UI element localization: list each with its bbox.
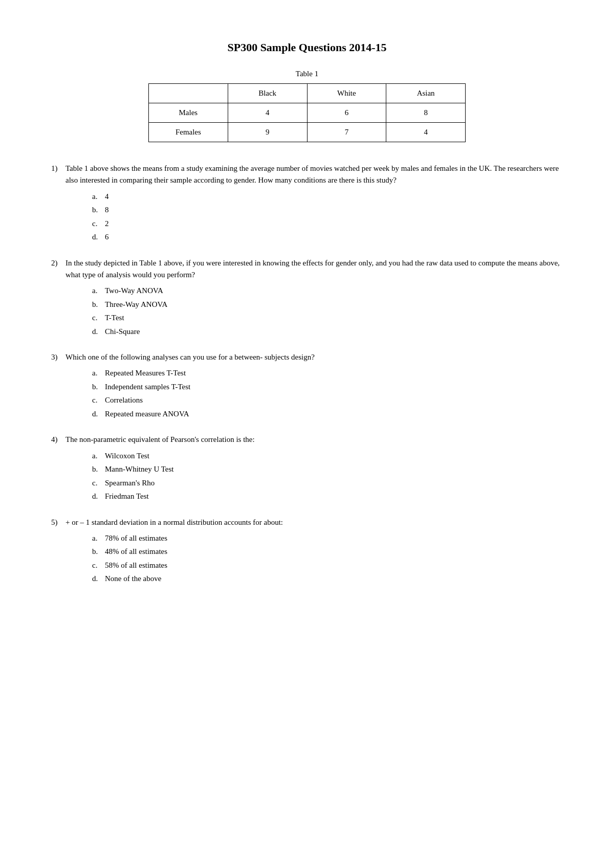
question-text-5: 5)+ or – 1 standard deviation in a norma…	[51, 517, 563, 528]
option-text-2-4: Chi-Square	[105, 327, 140, 336]
option-text-4-3: Spearman's Rho	[105, 479, 155, 487]
table-header-black: Black	[228, 84, 307, 103]
table-row-females: Females 9 7 4	[149, 123, 466, 142]
table-header-row: Black White Asian	[149, 84, 466, 103]
option-text-1-4: 6	[105, 233, 109, 241]
table-row-males: Males 4 6 8	[149, 103, 466, 123]
option-item-3-4: d.Repeated measure ANOVA	[92, 408, 563, 420]
option-item-5-3: c.58% of all estimates	[92, 560, 563, 571]
question-body-5: + or – 1 standard deviation in a normal …	[65, 517, 563, 528]
option-item-1-3: c.2	[92, 218, 563, 230]
option-text-1-3: 2	[105, 219, 109, 228]
option-text-3-3: Correlations	[105, 396, 143, 404]
option-item-2-2: b.Three-Way ANOVA	[92, 299, 563, 310]
question-body-1: Table 1 above shows the means from a stu…	[65, 163, 563, 187]
option-label-5-4: d.	[92, 573, 105, 585]
option-label-1-2: b.	[92, 204, 105, 216]
options-list-5: a.78% of all estimatesb.48% of all estim…	[51, 532, 563, 585]
question-number-1: 1)	[51, 163, 65, 187]
question-body-3: Which one of the following analyses can …	[65, 351, 563, 363]
question-text-2: 2)In the study depicted in Table 1 above…	[51, 257, 563, 281]
option-item-3-2: b.Independent samples T-Test	[92, 381, 563, 393]
options-list-3: a.Repeated Measures T-Testb.Independent …	[51, 367, 563, 419]
option-item-2-4: d.Chi-Square	[92, 326, 563, 338]
option-item-2-3: c.T-Test	[92, 312, 563, 324]
option-label-1-1: a.	[92, 191, 105, 203]
question-number-3: 3)	[51, 351, 65, 363]
question-block-1: 1)Table 1 above shows the means from a s…	[51, 163, 563, 243]
option-text-2-1: Two-Way ANOVA	[105, 286, 163, 295]
option-item-3-1: a.Repeated Measures T-Test	[92, 367, 563, 379]
question-number-2: 2)	[51, 257, 65, 281]
question-number-5: 5)	[51, 517, 65, 528]
option-item-4-4: d.Friedman Test	[92, 491, 563, 502]
option-label-3-4: d.	[92, 408, 105, 420]
option-item-1-4: d.6	[92, 231, 563, 243]
option-label-5-1: a.	[92, 532, 105, 544]
question-block-4: 4)The non-parametric equivalent of Pears…	[51, 434, 563, 502]
option-label-2-2: b.	[92, 299, 105, 310]
option-text-2-3: T-Test	[105, 314, 124, 322]
option-label-1-4: d.	[92, 231, 105, 243]
option-text-1-1: 4	[105, 192, 109, 201]
option-item-3-3: c.Correlations	[92, 394, 563, 406]
question-block-5: 5)+ or – 1 standard deviation in a norma…	[51, 517, 563, 585]
option-label-4-1: a.	[92, 450, 105, 462]
question-number-4: 4)	[51, 434, 65, 446]
data-table: Black White Asian Males 4 6 8 Females 9 …	[148, 83, 466, 142]
question-text-4: 4)The non-parametric equivalent of Pears…	[51, 434, 563, 446]
option-label-2-1: a.	[92, 285, 105, 297]
options-list-1: a.4b.8c.2d.6	[51, 191, 563, 243]
option-label-4-3: c.	[92, 477, 105, 489]
table-cell-males-white: 6	[307, 103, 386, 123]
option-item-1-1: a.4	[92, 191, 563, 203]
option-label-5-3: c.	[92, 560, 105, 571]
option-label-3-1: a.	[92, 367, 105, 379]
option-label-1-3: c.	[92, 218, 105, 230]
table-header-asian: Asian	[386, 84, 466, 103]
option-text-5-3: 58% of all estimates	[105, 561, 167, 569]
page-title: SP300 Sample Questions 2014-15	[51, 41, 563, 54]
option-text-3-1: Repeated Measures T-Test	[105, 369, 186, 377]
table-cell-females-asian: 4	[386, 123, 466, 142]
option-text-2-2: Three-Way ANOVA	[105, 300, 167, 308]
option-label-4-4: d.	[92, 491, 105, 502]
option-item-4-1: a.Wilcoxon Test	[92, 450, 563, 462]
table-cell-females-black: 9	[228, 123, 307, 142]
question-text-1: 1)Table 1 above shows the means from a s…	[51, 163, 563, 187]
questions-section: 1)Table 1 above shows the means from a s…	[51, 163, 563, 585]
option-label-2-4: d.	[92, 326, 105, 338]
option-text-3-4: Repeated measure ANOVA	[105, 410, 189, 418]
option-item-1-2: b.8	[92, 204, 563, 216]
option-label-3-3: c.	[92, 394, 105, 406]
option-label-4-2: b.	[92, 463, 105, 475]
option-item-5-2: b.48% of all estimates	[92, 546, 563, 558]
question-text-3: 3)Which one of the following analyses ca…	[51, 351, 563, 363]
option-label-2-3: c.	[92, 312, 105, 324]
option-item-2-1: a.Two-Way ANOVA	[92, 285, 563, 297]
option-label-3-2: b.	[92, 381, 105, 393]
option-item-5-4: d.None of the above	[92, 573, 563, 585]
option-item-5-1: a.78% of all estimates	[92, 532, 563, 544]
option-text-5-2: 48% of all estimates	[105, 547, 167, 555]
option-text-4-1: Wilcoxon Test	[105, 452, 149, 460]
table-header-empty	[149, 84, 228, 103]
option-text-4-4: Friedman Test	[105, 492, 149, 500]
option-text-5-4: None of the above	[105, 574, 161, 583]
question-block-3: 3)Which one of the following analyses ca…	[51, 351, 563, 419]
table-header-white: White	[307, 84, 386, 103]
option-text-3-2: Independent samples T-Test	[105, 383, 190, 391]
table-cell-males-asian: 8	[386, 103, 466, 123]
table-cell-females-white: 7	[307, 123, 386, 142]
options-list-4: a.Wilcoxon Testb.Mann-Whitney U Testc.Sp…	[51, 450, 563, 502]
table-cell-females-label: Females	[149, 123, 228, 142]
table-label: Table 1	[51, 70, 563, 78]
option-text-4-2: Mann-Whitney U Test	[105, 465, 173, 473]
question-block-2: 2)In the study depicted in Table 1 above…	[51, 257, 563, 338]
question-body-4: The non-parametric equivalent of Pearson…	[65, 434, 563, 446]
option-item-4-3: c.Spearman's Rho	[92, 477, 563, 489]
option-text-5-1: 78% of all estimates	[105, 534, 167, 542]
question-body-2: In the study depicted in Table 1 above, …	[65, 257, 563, 281]
options-list-2: a.Two-Way ANOVAb.Three-Way ANOVAc.T-Test…	[51, 285, 563, 337]
option-label-5-2: b.	[92, 546, 105, 558]
